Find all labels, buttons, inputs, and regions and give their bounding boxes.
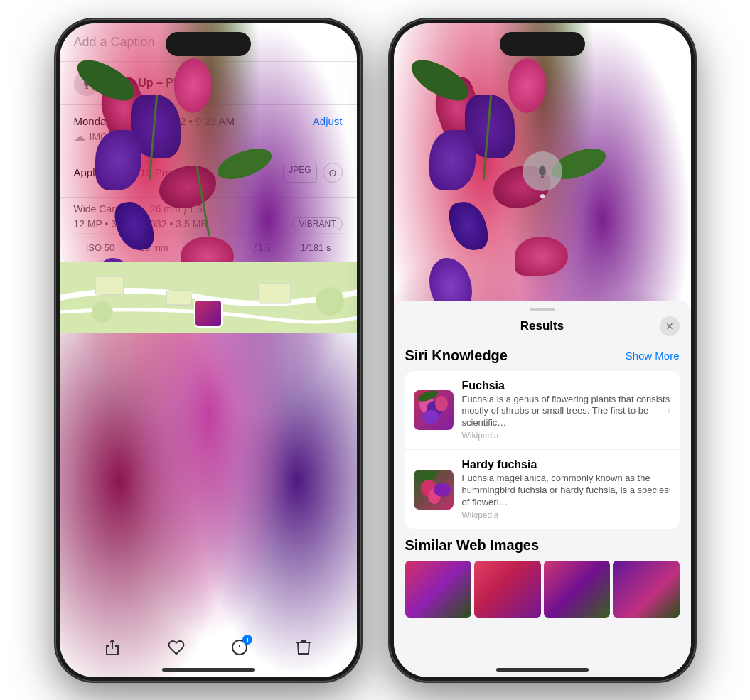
delete-button[interactable]: [288, 632, 319, 663]
web-image-2[interactable]: [474, 561, 541, 618]
left-phone: Add a Caption Look Up – Plant›: [55, 19, 361, 682]
web-images-row: [405, 561, 680, 618]
home-indicator: [162, 668, 255, 672]
dynamic-island-right: [500, 32, 585, 56]
web-image-4[interactable]: [613, 561, 680, 618]
info-button[interactable]: i: [224, 632, 255, 663]
vl-dot: [540, 194, 545, 198]
home-indicator-right: [496, 668, 589, 672]
map-section[interactable]: [60, 262, 357, 333]
close-button[interactable]: ✕: [660, 316, 680, 336]
fuchsia-chevron: ›: [667, 404, 670, 416]
fuchsia-name: Fuchsia: [462, 379, 671, 392]
svg-point-5: [316, 287, 344, 316]
knowledge-card: Fuchsia Fuchsia is a genus of flowering …: [405, 371, 680, 529]
hardy-info: Hardy fuchsia Fuchsia magellanica, commo…: [462, 458, 671, 520]
bottom-toolbar: i: [60, 632, 357, 663]
left-screen: Add a Caption Look Up – Plant›: [60, 23, 357, 677]
fuchsia-desc: Fuchsia is a genus of flowering plants t…: [462, 394, 671, 430]
web-image-3[interactable]: [544, 561, 611, 618]
hardy-thumbnail: [414, 470, 454, 510]
results-content[interactable]: Siri Knowledge Show More: [394, 342, 691, 676]
show-more-button[interactable]: Show More: [626, 350, 680, 362]
sheet-title: Results: [520, 319, 564, 333]
visual-lookup-button[interactable]: [523, 151, 562, 191]
knowledge-item-hardy[interactable]: Hardy fuchsia Fuchsia magellanica, commo…: [405, 450, 680, 529]
siri-knowledge-header: Siri Knowledge Show More: [405, 348, 680, 364]
share-button[interactable]: [97, 632, 128, 663]
fuchsia-thumbnail: [414, 390, 454, 430]
right-phone: Results ✕ Siri Knowledge Show More: [390, 19, 695, 682]
hardy-desc: Fuchsia magellanica, commonly known as t…: [462, 473, 671, 509]
web-image-1[interactable]: [405, 561, 472, 618]
hardy-source: Wikipedia: [462, 510, 671, 520]
svg-rect-1: [95, 276, 124, 294]
svg-point-4: [92, 301, 113, 323]
fuchsia-info: Fuchsia Fuchsia is a genus of flowering …: [462, 379, 671, 441]
knowledge-item-fuchsia[interactable]: Fuchsia Fuchsia is a genus of flowering …: [405, 371, 680, 451]
dynamic-island: [166, 32, 251, 56]
results-sheet: Results ✕ Siri Knowledge Show More: [394, 301, 691, 677]
right-screen: Results ✕ Siri Knowledge Show More: [394, 23, 691, 677]
sheet-header: Results ✕: [394, 311, 691, 342]
web-images-title: Similar Web Images: [405, 537, 680, 554]
web-images-section: Similar Web Images: [405, 537, 680, 618]
svg-rect-2: [166, 291, 191, 305]
fuchsia-source: Wikipedia: [462, 431, 671, 441]
siri-knowledge-title: Siri Knowledge: [405, 348, 508, 364]
hardy-chevron: ›: [667, 483, 670, 496]
info-badge: i: [242, 635, 252, 645]
svg-rect-3: [259, 284, 291, 303]
hardy-name: Hardy fuchsia: [462, 458, 671, 471]
favorite-button[interactable]: [161, 632, 192, 663]
